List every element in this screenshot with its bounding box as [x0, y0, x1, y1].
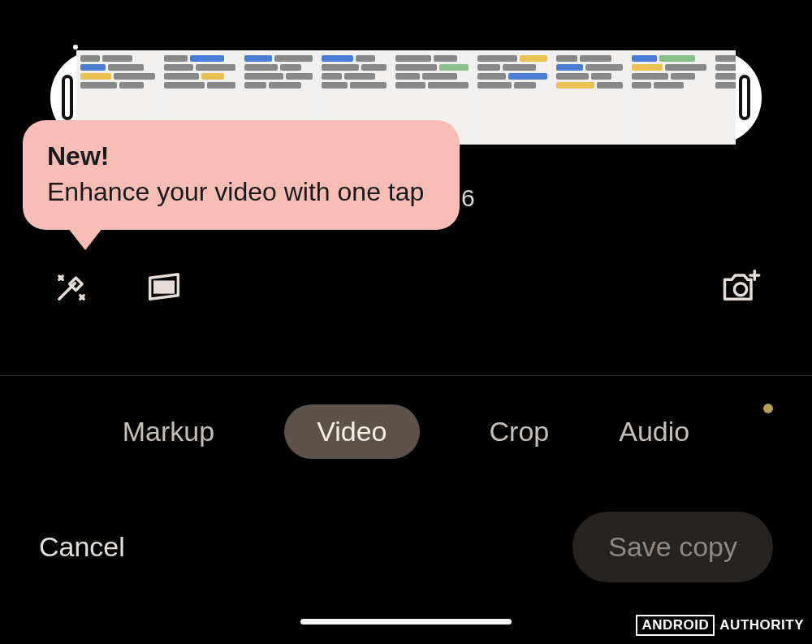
action-row: Cancel Save copy	[0, 510, 812, 583]
tab-audio[interactable]: Audio	[619, 416, 689, 447]
tab-video[interactable]: Video	[284, 404, 419, 459]
watermark-boxed: ANDROID	[636, 615, 715, 636]
timeline-frame[interactable]	[627, 50, 710, 145]
tooltip-title: New!	[47, 141, 435, 171]
cancel-button[interactable]: Cancel	[39, 531, 125, 563]
tab-markup[interactable]: Markup	[123, 416, 214, 447]
home-indicator[interactable]	[300, 619, 512, 625]
tool-row	[0, 260, 812, 317]
playhead-tick	[73, 45, 78, 50]
frame-icon	[143, 266, 185, 311]
enhance-tooltip: New! Enhance your video with one tap	[23, 120, 460, 230]
timeline-frame[interactable]	[551, 50, 627, 145]
timestamp-fragment: 6	[461, 184, 475, 212]
trim-handle-left[interactable]	[62, 75, 73, 120]
timeline-frame[interactable]	[710, 50, 736, 145]
svg-point-8	[734, 283, 746, 296]
audio-tab-badge	[763, 404, 773, 413]
section-divider	[0, 375, 812, 376]
save-copy-button[interactable]: Save copy	[572, 512, 773, 582]
frame-export-button[interactable]	[718, 266, 763, 311]
svg-rect-7	[153, 280, 175, 293]
magic-wand-icon	[50, 266, 93, 311]
timeline-frame[interactable]	[473, 50, 551, 145]
tooltip-tail	[67, 227, 103, 250]
trim-handle-right[interactable]	[739, 75, 750, 120]
watermark: ANDROID AUTHORITY	[636, 615, 804, 636]
video-editor-screen: 6 New! Enhance your video with one tap	[0, 0, 812, 644]
enhance-button[interactable]	[49, 266, 94, 311]
tab-crop[interactable]: Crop	[490, 416, 550, 447]
watermark-rest: AUTHORITY	[719, 617, 804, 633]
frame-button[interactable]	[141, 266, 187, 311]
editor-tabs: MarkupVideoCropAudio	[0, 400, 812, 463]
camera-plus-icon	[719, 266, 762, 311]
tooltip-body: Enhance your video with one tap	[47, 176, 435, 207]
